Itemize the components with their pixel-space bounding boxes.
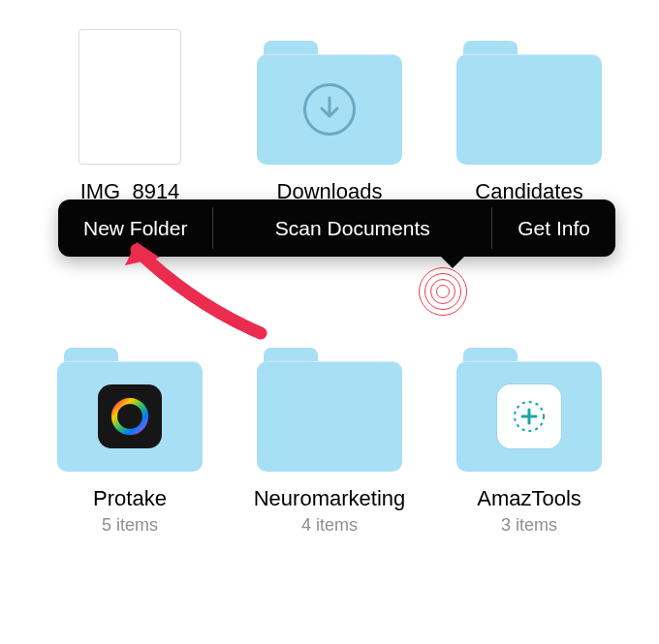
file-icon — [57, 29, 203, 165]
folder-icon — [57, 336, 203, 472]
folder-icon — [257, 29, 402, 165]
context-menu-scan-documents[interactable]: Scan Documents — [213, 199, 491, 257]
grid-item-folder-amaztools[interactable]: AmazTools 3 items — [438, 336, 620, 537]
app-protake-icon — [98, 384, 162, 448]
grid-item-folder-protake[interactable]: Protake 5 items — [39, 336, 221, 537]
download-arrow-icon — [303, 83, 356, 136]
item-sub: 5 items — [102, 515, 158, 536]
item-sub: 3 items — [501, 515, 557, 536]
item-label: Protake — [93, 485, 167, 512]
context-menu-get-info[interactable]: Get Info — [492, 199, 615, 257]
folder-icon — [257, 336, 402, 472]
folder-icon — [456, 336, 602, 472]
context-menu-new-folder[interactable]: New Folder — [58, 199, 212, 257]
file-grid: IMG_8914 2 Downloads — [0, 0, 659, 565]
item-label: AmazTools — [477, 485, 581, 512]
svg-point-1 — [114, 401, 145, 432]
folder-icon — [456, 29, 602, 165]
grid-item-folder[interactable]: Neuromarketing 4 items — [238, 336, 421, 537]
context-menu: New Folder Scan Documents Get Info — [58, 199, 615, 257]
app-amaztools-icon — [497, 384, 561, 448]
item-label: Neuromarketing — [254, 485, 406, 512]
item-sub: 4 items — [301, 515, 358, 536]
